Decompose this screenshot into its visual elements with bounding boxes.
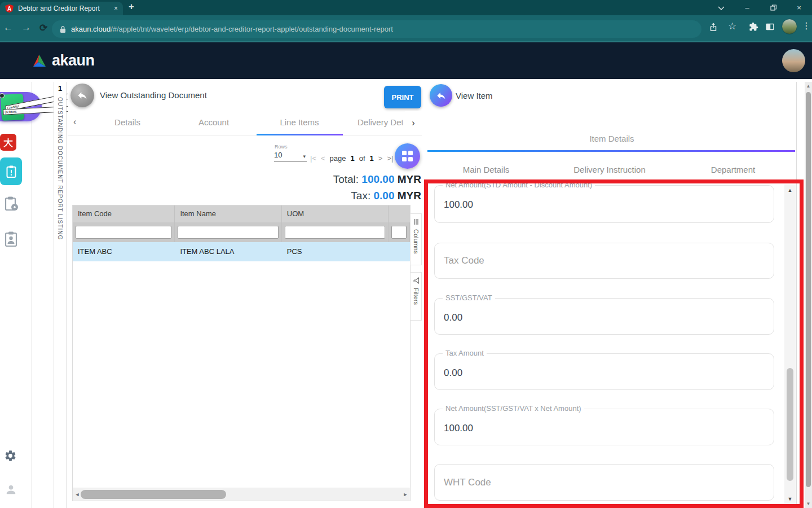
scroll-down-arrow-icon[interactable]: ▼ [784, 496, 796, 502]
akaun-logo[interactable]: akaun [31, 52, 95, 69]
prev-page-button[interactable]: < [321, 154, 325, 163]
filter-uom-input[interactable] [285, 226, 385, 239]
extensions-puzzle-icon[interactable] [749, 22, 758, 34]
field-value: 100.00 [444, 199, 473, 211]
item-details-underline [427, 150, 795, 152]
header-item-name[interactable]: Item Name [175, 205, 281, 222]
cell-item-code: ITEM ABC [73, 242, 175, 261]
tabs-scroll-right-icon[interactable]: › [405, 111, 422, 135]
scroll-right-arrow-icon[interactable]: ► [401, 488, 410, 501]
scroll-up-arrow-icon[interactable]: ▲ [805, 84, 812, 89]
reload-icon[interactable]: ⟳ [39, 22, 47, 34]
filter-partial-input[interactable] [391, 226, 407, 239]
tax-code-field[interactable]: Tax Code [434, 243, 774, 279]
reply-arrow-icon [436, 90, 447, 101]
da-character-app-icon[interactable] [0, 134, 16, 151]
filter-item-name-input[interactable] [178, 226, 278, 239]
field-label: Net Amount(STD Amount - Discount Amount) [443, 181, 595, 189]
profile-person-icon[interactable] [5, 483, 17, 498]
header-partial[interactable] [389, 205, 410, 222]
first-page-button[interactable]: |< [310, 154, 316, 163]
net-amount-sst-field[interactable]: Net Amount(SST/GST/VAT x Net Amount) 100… [434, 409, 774, 445]
back-button[interactable] [70, 84, 94, 107]
total-amount: 100.00 [361, 173, 394, 185]
scroll-up-arrow-icon[interactable]: ▲ [784, 187, 796, 193]
header-item-code[interactable]: Item Code [73, 205, 175, 222]
last-page-button[interactable]: >| [387, 154, 393, 163]
tax-line: Tax: 0.00 MYR [333, 190, 421, 202]
rows-label: Rows [275, 144, 288, 150]
view-switcher-button[interactable] [395, 143, 420, 169]
document-tabs: ‹ Details Account Line Items Delivery De… [68, 111, 422, 135]
screen: A Debtor and Creditor Report × + – × ← →… [0, 0, 812, 508]
url-text: akaun.cloud/#/applet/tnt/wavelet/erp/deb… [71, 25, 393, 33]
field-value: 0.00 [444, 312, 462, 323]
tax-amount-field[interactable]: Tax Amount 0.00 [434, 353, 774, 390]
panel-scroll-thumb[interactable] [806, 92, 811, 487]
columns-side-button[interactable]: Columns [410, 213, 422, 265]
side-panel-icon[interactable] [765, 22, 775, 34]
wht-code-field[interactable]: WHT Code [434, 464, 774, 501]
subtab-main-details[interactable]: Main Details [463, 165, 510, 174]
window-chevron-icon[interactable] [708, 0, 734, 15]
clipboard-copy-icon[interactable] [4, 196, 19, 214]
browser-menu-dots-icon[interactable]: ⋮ [802, 20, 811, 31]
subtab-delivery-instruction[interactable]: Delivery Instruction [573, 165, 646, 174]
address-bar[interactable]: akaun.cloud/#/applet/tnt/wavelet/erp/deb… [52, 20, 701, 38]
forward-nav-icon[interactable]: → [21, 22, 31, 33]
browser-toolbar: ← → ⟳ akaun.cloud/#/applet/tnt/wavelet/e… [0, 15, 812, 42]
tab-line-items[interactable]: Line Items [280, 117, 319, 127]
new-tab-button[interactable]: + [129, 1, 134, 12]
tab-details[interactable]: Details [114, 117, 140, 127]
window-restore-button[interactable] [760, 0, 786, 15]
filters-side-button[interactable]: Filters [410, 272, 422, 321]
window-close-button[interactable]: × [786, 0, 812, 15]
tab-close-icon[interactable]: × [114, 5, 118, 12]
item-back-button[interactable] [430, 84, 452, 107]
horizontal-scrollbar[interactable]: ◄ ► [73, 488, 410, 501]
clipboard-person-icon[interactable] [4, 231, 19, 249]
bookmark-star-icon[interactable]: ☆ [728, 20, 736, 32]
tab-item-details[interactable]: Item Details [427, 134, 796, 143]
share-icon[interactable] [708, 22, 718, 34]
debtor-creditor-applet-icon[interactable]: Creditor Debtors [1, 94, 24, 121]
grip-lines-icon [413, 218, 420, 225]
panel-title: View Outstanding Document [100, 90, 207, 100]
scroll-down-arrow-icon[interactable]: ▼ [805, 501, 812, 506]
sst-gst-vat-field[interactable]: SST/GST/VAT 0.00 [434, 298, 774, 335]
active-tab-underline [257, 134, 343, 135]
akaun-triangle-icon [31, 53, 48, 69]
table-row-selected[interactable]: ITEM ABC ITEM ABC LALA PCS [73, 242, 410, 261]
table-filter-row [73, 222, 410, 242]
horizontal-scroll-thumb[interactable] [81, 490, 226, 499]
browser-profile-avatar[interactable] [782, 19, 797, 34]
net-amount-std-field[interactable]: Net Amount(STD Amount - Discount Amount)… [434, 185, 774, 223]
next-page-button[interactable]: > [378, 154, 383, 163]
form-scrollbar[interactable]: ▲ ▼ [784, 185, 796, 504]
print-button[interactable]: PRINT [384, 86, 421, 108]
settings-gear-icon[interactable] [4, 449, 17, 465]
tabs-scroll-left-icon[interactable]: ‹ [73, 117, 76, 127]
back-nav-icon[interactable]: ← [3, 22, 13, 33]
report-tab-strip[interactable]: 1 OUTSTANDING DOCUMENT REPORT LISTING [54, 82, 67, 508]
line-items-table: Item Code Item Name UOM ITEM ABC ITEM AB… [72, 205, 411, 501]
filter-item-code-input[interactable] [76, 226, 171, 239]
of-word: of [359, 154, 365, 163]
lock-icon [60, 25, 66, 33]
rows-per-page-select[interactable]: 10 ▾ [274, 151, 307, 162]
window-minimize-button[interactable]: – [734, 0, 760, 15]
report-tab-index: 1 [54, 84, 66, 93]
report-applet-icon-active[interactable] [0, 157, 22, 185]
browser-tab[interactable]: A Debtor and Creditor Report × [0, 2, 123, 15]
form-scroll-thumb[interactable] [787, 368, 793, 481]
user-avatar[interactable] [782, 49, 805, 72]
dropdown-caret-icon: ▾ [303, 154, 306, 159]
applet-pin-dot [0, 93, 5, 98]
tab-delivery-details[interactable]: Delivery Deta [358, 117, 403, 127]
item-panel-title: View Item [456, 91, 493, 100]
current-page: 1 [350, 154, 354, 163]
tab-account[interactable]: Account [198, 117, 229, 127]
header-uom[interactable]: UOM [282, 205, 389, 222]
subtab-department[interactable]: Department [711, 165, 755, 174]
app-navbar: akaun [0, 42, 812, 79]
